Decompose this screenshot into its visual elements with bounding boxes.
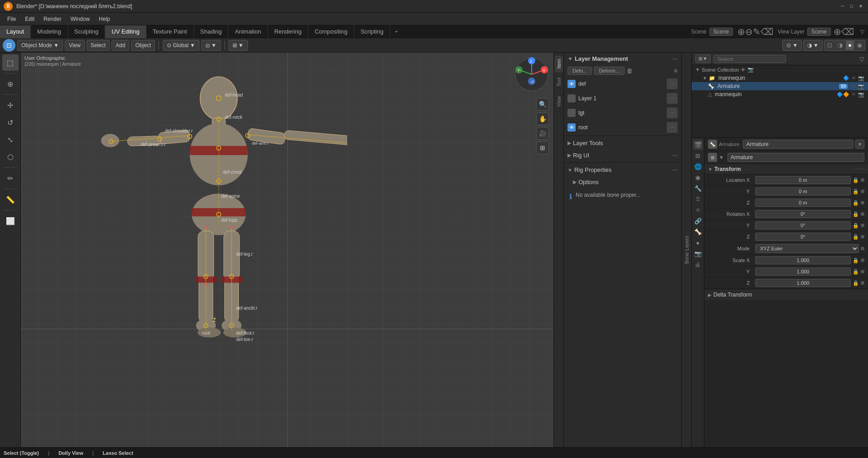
layer-root-settings[interactable]: ⋯ [667,122,678,133]
layer-tgt-settings[interactable]: ⋯ [667,107,678,118]
props-view-btn[interactable]: ⊞▼ [695,54,711,63]
layer-tgt[interactable]: ⠀ tgt ⋯ [564,106,681,120]
layer-tgt-eye[interactable]: ⠀ [567,109,576,117]
close-button[interactable]: ✕ [857,3,864,10]
prop-icon-render[interactable]: 📷 [693,248,703,258]
tab-shading[interactable]: Shading [194,25,229,38]
material-btn[interactable]: ● [846,41,854,50]
location-y-dot[interactable] [861,190,864,193]
scene-view-icon[interactable]: 👁 [741,67,746,73]
measure-tool[interactable]: 📏 [2,191,19,208]
location-y-lock[interactable]: 🔒 [853,189,859,195]
location-x-input[interactable]: 0 m [755,176,851,184]
location-z-lock[interactable]: 🔒 [853,200,859,206]
rotation-y-lock[interactable]: 🔒 [853,223,859,229]
rotation-x-lock[interactable]: 🔒 [853,211,859,217]
rotation-mode-dot[interactable] [861,247,864,250]
tab-sculpting[interactable]: Sculpting [68,25,105,38]
rotation-z-dot[interactable] [861,235,864,239]
tab-compositing[interactable]: Compositing [308,25,354,38]
scale-x-dot[interactable] [861,258,864,262]
menu-file[interactable]: File [4,15,19,23]
filter-defo-btn[interactable]: Defo... [567,67,592,75]
scale-z-dot[interactable] [861,281,864,285]
bone-layers-tab[interactable]: Bone Layers [683,232,691,268]
rig-properties-dots[interactable]: ⋯ [672,167,678,173]
rig-ui-header[interactable]: ▶ Rig UI ⋯ [564,149,681,161]
pan-btn[interactable]: ✋ [536,112,549,125]
render-btn[interactable]: ◉ [855,41,864,50]
scene-mannequin-child-row[interactable]: △ mannequin 🔷🔶 👁 📷 [692,90,868,98]
rotation-y-input[interactable]: 0° [755,221,851,229]
mannequin-icon-2[interactable]: 👁 [851,75,856,81]
object-name-input[interactable] [743,140,853,149]
mode-icon[interactable]: ⊡ [3,39,15,52]
layer-def[interactable]: 👁 def ⋯ [564,77,681,91]
layer-management-header[interactable]: ▼ Layer Management ⋯ [564,53,681,65]
add-btn[interactable]: Add [112,40,129,51]
scale-y-lock[interactable]: 🔒 [853,269,859,275]
minimize-button[interactable]: ─ [839,3,846,10]
prop-icon-view[interactable]: ⊞ [693,151,703,161]
xray-btn[interactable]: ◑ ▼ [803,40,823,51]
scene-mannequin-row[interactable]: ▼ 📁 mannequin 🔷 👁 📷 [692,74,868,82]
zoom-in-btn[interactable]: 🔍 [536,98,549,111]
scale-z-lock[interactable]: 🔒 [853,280,859,286]
object-btn[interactable]: Object [131,40,155,51]
prop-icon-physics[interactable]: ⚛ [693,205,703,215]
rig-ui-dots[interactable]: ⋯ [672,152,678,159]
scene-collection-header[interactable]: ▼ Scene Collection 👁 📷 [692,65,868,74]
scale-y-input[interactable]: 1.000 [755,268,851,276]
layer-tools-header[interactable]: ▶ Layer Tools [564,137,681,149]
location-z-dot[interactable] [861,201,864,205]
mannequin-icon-3[interactable]: 📷 [858,75,864,81]
prop-icon-constraint[interactable]: 🔗 [693,216,703,226]
layer-layer1-eye[interactable]: ⠀ [567,94,576,102]
menu-render[interactable]: Render [40,15,65,23]
prop-icon-data[interactable]: 🦴 [693,227,703,237]
rotation-mode-select[interactable]: XYZ Euler [755,244,859,253]
pivot-btn[interactable]: ◎ ▼ [201,40,221,51]
armature-render-icon[interactable]: 📷 [858,83,864,89]
layer-def-eye[interactable]: 👁 [567,80,576,88]
rotation-y-dot[interactable] [861,224,864,227]
options-header[interactable]: ▶ Options [564,176,681,188]
tab-modeling[interactable]: Modeling [31,25,68,38]
scale-x-input[interactable]: 1.000 [755,256,851,264]
scene-value[interactable]: Scene [709,28,733,36]
scale-tool[interactable]: ⤡ [2,132,19,148]
armature-vis-icon[interactable]: 👁 [851,83,856,89]
camera-btn[interactable]: 🎥 [536,127,549,140]
tab-animation[interactable]: Animation [228,25,268,38]
layer-delete-icon[interactable]: 🗑 [626,67,633,74]
tab-rendering[interactable]: Rendering [268,25,308,38]
rig-properties-header[interactable]: ▼ Rig Properties ⋯ [564,164,681,176]
layer-layer1[interactable]: ⠀ Layer 1 ⋯ [564,91,681,106]
armature-name-input[interactable] [727,153,864,162]
overlay-btn[interactable]: ⊙ ▼ [782,40,802,51]
location-x-dot[interactable] [861,178,864,182]
move-tool[interactable]: ✛ [2,97,19,113]
prop-icon-particles[interactable]: ⠿ [693,194,703,204]
snap-btn[interactable]: ⊞ ▼ [228,40,248,51]
cursor-tool[interactable]: ⊕ [2,76,19,92]
prop-icon-object[interactable]: ◉ [693,172,703,182]
tab-scripting[interactable]: Scripting [354,25,390,38]
mannequin-icon-1[interactable]: 🔷 [843,75,849,81]
scale-x-lock[interactable]: 🔒 [853,258,859,263]
tab-add[interactable]: + [390,27,402,37]
prop-icon-modifier[interactable]: 🔧 [693,183,703,193]
location-y-input[interactable]: 0 m [755,187,851,195]
menu-window[interactable]: Window [67,15,93,23]
menu-help[interactable]: Help [95,15,114,23]
tab-layout[interactable]: Layout [0,25,31,38]
object-mode-btn[interactable]: Object Mode ▼ [17,40,63,51]
side-tab-item[interactable]: Item [555,55,563,72]
mannequin-child-render[interactable]: 📷 [858,92,864,97]
view-btn[interactable]: View [65,40,85,51]
add-cube-tool[interactable]: ⬜ [2,213,19,229]
menu-edit[interactable]: Edit [21,15,38,23]
layer-root-eye[interactable]: 👁 [567,123,576,132]
props-search[interactable] [713,55,786,63]
rotation-z-input[interactable]: 0° [755,233,851,241]
